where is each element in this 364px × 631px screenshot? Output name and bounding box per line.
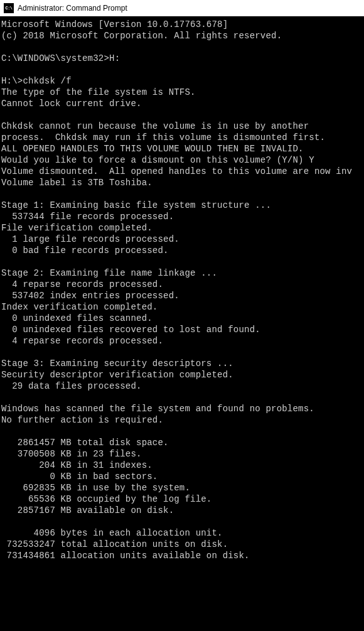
terminal-line xyxy=(1,516,364,527)
terminal-line: Security descriptor verification complet… xyxy=(1,369,364,380)
terminal-line: The type of the file system is NTFS. xyxy=(1,87,364,98)
terminal-line: Volume dismounted. All opened handles to… xyxy=(1,166,364,177)
cmd-icon: C:\ xyxy=(4,3,14,13)
terminal-line: 4 reparse records processed. xyxy=(1,279,364,290)
terminal-line: Would you like to force a dismount on th… xyxy=(1,154,364,166)
terminal-line: 0 bad file records processed. xyxy=(1,245,364,256)
terminal-line: (c) 2018 Microsoft Corporation. All righ… xyxy=(1,30,364,41)
terminal-line: 204 KB in 31 indexes. xyxy=(1,460,364,471)
terminal-line xyxy=(1,41,364,53)
terminal-line: 4096 bytes in each allocation unit. xyxy=(1,527,364,539)
terminal-line: 2861457 MB total disk space. xyxy=(1,437,364,448)
terminal-line: Stage 1: Examining basic file system str… xyxy=(1,200,364,211)
terminal-line: Stage 3: Examining security descriptors … xyxy=(1,358,364,369)
window-title: Administrator: Command Prompt xyxy=(18,4,127,13)
terminal-line: 2857167 MB available on disk. xyxy=(1,505,364,516)
terminal-line: Cannot lock current drive. xyxy=(1,98,364,109)
terminal-line: 0 unindexed files recovered to lost and … xyxy=(1,324,364,335)
terminal-line: 537344 file records processed. xyxy=(1,211,364,222)
terminal-line xyxy=(1,392,364,403)
terminal-line xyxy=(1,347,364,358)
terminal-line: 732533247 total allocation units on disk… xyxy=(1,539,364,550)
terminal-line: File verification completed. xyxy=(1,222,364,234)
terminal-line: Index verification completed. xyxy=(1,301,364,313)
terminal-line xyxy=(1,426,364,437)
terminal-line: 0 KB in bad sectors. xyxy=(1,471,364,482)
terminal-line: Microsoft Windows [Version 10.0.17763.67… xyxy=(1,19,364,30)
terminal-line: Stage 2: Examining file name linkage ... xyxy=(1,267,364,279)
window-titlebar[interactable]: C:\ Administrator: Command Prompt xyxy=(0,0,364,16)
terminal-line: H:\>chkdsk /f xyxy=(1,75,364,87)
terminal-line: 4 reparse records processed. xyxy=(1,335,364,347)
terminal-line xyxy=(1,64,364,75)
cmd-icon-text: C:\ xyxy=(5,6,12,11)
terminal-line: 731434861 allocation units available on … xyxy=(1,550,364,561)
terminal-line: 65536 KB occupied by the log file. xyxy=(1,493,364,505)
terminal-line: 1 large file records processed. xyxy=(1,234,364,245)
terminal-line xyxy=(1,109,364,121)
terminal-line: Chkdsk cannot run because the volume is … xyxy=(1,121,364,132)
terminal-line xyxy=(1,256,364,267)
terminal-line: C:\WINDOWS\system32>H: xyxy=(1,53,364,64)
terminal-line: No further action is required. xyxy=(1,414,364,426)
terminal-line: Windows has scanned the file system and … xyxy=(1,403,364,414)
terminal-line: 537402 index entries processed. xyxy=(1,290,364,301)
terminal-line: ALL OPENED HANDLES TO THIS VOLUME WOULD … xyxy=(1,143,364,154)
terminal-output[interactable]: Microsoft Windows [Version 10.0.17763.67… xyxy=(0,16,364,564)
terminal-line xyxy=(1,188,364,200)
terminal-line: 0 unindexed files scanned. xyxy=(1,313,364,324)
terminal-line: 692835 KB in use by the system. xyxy=(1,482,364,493)
terminal-line: Volume label is 3TB Toshiba. xyxy=(1,177,364,188)
terminal-line: 29 data files processed. xyxy=(1,380,364,392)
terminal-line: process. Chkdsk may run if this volume i… xyxy=(1,132,364,143)
terminal-line: 3700508 KB in 23 files. xyxy=(1,448,364,460)
